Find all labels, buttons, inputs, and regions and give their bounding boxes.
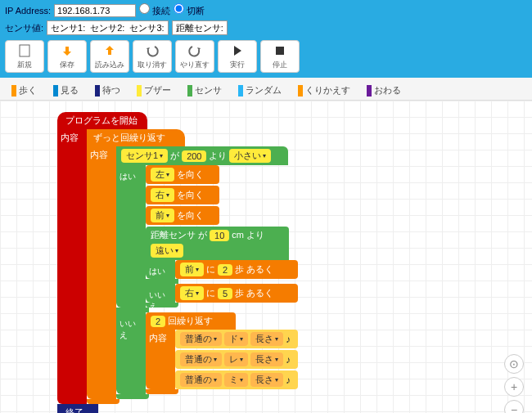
undo-icon xyxy=(145,43,160,58)
palette-wait[interactable]: 待つ xyxy=(87,81,128,100)
palette-sensor[interactable]: センサ xyxy=(179,81,230,100)
load-button[interactable]: 読み込み xyxy=(90,40,129,73)
distance-sensor: 距離センサ: xyxy=(172,20,228,35)
save-button[interactable]: 保存 xyxy=(47,40,87,73)
zoom-reset-button[interactable]: ⊙ xyxy=(504,354,524,374)
repeat-n-block[interactable]: 2 回繰り返す xyxy=(146,312,236,330)
distance-if-block[interactable]: 距離センサ が 10 cm より 遠い xyxy=(146,227,289,260)
connect-radio[interactable]: 接続 xyxy=(139,3,170,17)
music-note-icon: ♪ xyxy=(286,334,291,345)
palette-end[interactable]: おわる xyxy=(358,81,409,100)
end-block[interactable]: 終了 xyxy=(57,404,98,413)
zoom-in-button[interactable]: + xyxy=(504,377,524,397)
svg-rect-1 xyxy=(276,47,284,55)
sensor2-label: センサ2: xyxy=(90,22,124,34)
sensor3-label: センサ3: xyxy=(129,22,164,34)
block-palette: 歩く 見る 待つ ブザー センサ ランダム くりかえす おわる xyxy=(0,78,532,101)
palette-buzzer[interactable]: ブザー xyxy=(128,81,179,100)
ip-label: IP Address: xyxy=(5,6,51,16)
new-button[interactable]: 新規 xyxy=(5,40,44,73)
distance-label: 距離センサ: xyxy=(176,22,223,34)
start-block[interactable]: プログラムを開始 xyxy=(57,112,147,129)
turn-front-block[interactable]: 前を向く xyxy=(146,206,219,225)
undo-button[interactable]: 取り消す xyxy=(133,40,172,73)
zoom-out-button[interactable]: − xyxy=(504,400,524,413)
note-re-block[interactable]: 普通の レ 長さ ♪ xyxy=(175,350,298,369)
palette-see[interactable]: 見る xyxy=(45,81,87,100)
if-condition-block[interactable]: センサ1 が 200 より 小さい xyxy=(116,146,288,165)
music-note-icon: ♪ xyxy=(286,375,291,386)
note-do-block[interactable]: 普通の ド 長さ ♪ xyxy=(175,330,298,348)
load-icon xyxy=(102,43,117,58)
svg-rect-0 xyxy=(20,45,29,56)
compare-dropdown[interactable]: 小さい xyxy=(229,149,271,163)
zoom-controls: ⊙ + − xyxy=(504,354,524,413)
run-button[interactable]: 実行 xyxy=(218,40,257,73)
main-left: 内容 xyxy=(57,129,87,404)
music-note-icon: ♪ xyxy=(286,354,291,366)
workspace[interactable]: プログラムを開始 内容 ずっと回繰り返す 内容 センサ1 が 200 より 小さ… xyxy=(0,101,532,413)
main-c-block[interactable]: 内容 ずっと回繰り返す 内容 センサ1 が 200 より 小さい xyxy=(57,129,298,404)
redo-icon xyxy=(187,43,202,58)
turn-left-block[interactable]: 左を向く xyxy=(146,165,219,184)
disconnect-radio[interactable]: 切断 xyxy=(174,3,205,17)
palette-repeat[interactable]: くりかえす xyxy=(290,81,358,100)
stop-button[interactable]: 停止 xyxy=(260,40,300,73)
palette-random[interactable]: ランダム xyxy=(230,81,290,100)
sensor-label: センサ値: xyxy=(5,22,43,34)
redo-button[interactable]: やり直す xyxy=(175,40,214,73)
value-field[interactable]: 200 xyxy=(182,150,206,162)
palette-walk[interactable]: 歩く xyxy=(3,81,45,100)
loop-left: 内容 xyxy=(87,146,116,399)
stop-icon xyxy=(273,43,287,58)
top-bar: IP Address: 接続 切断 センサ値: センサ1: センサ2: センサ3… xyxy=(0,0,532,78)
sensor1-label: センサ1: xyxy=(51,22,85,34)
turn-right-block[interactable]: 右を向く xyxy=(146,186,219,204)
walk-right-block[interactable]: 右 に 5 歩 あるく xyxy=(175,284,298,303)
sensor-values: センサ1: センサ2: センサ3: xyxy=(47,20,169,35)
walk-front-block[interactable]: 前 に 2 歩 あるく xyxy=(175,260,298,279)
save-icon xyxy=(60,43,74,58)
toolbar: 新規 保存 読み込み 取り消す やり直す 実行 停止 xyxy=(5,38,527,74)
ip-input[interactable] xyxy=(54,4,136,17)
if-true-left: はい xyxy=(116,165,146,308)
if-else-left: いいえ xyxy=(116,312,146,394)
loop-forever-block[interactable]: ずっと回繰り返す xyxy=(87,129,185,146)
sensor-dropdown[interactable]: センサ1 xyxy=(121,149,168,163)
play-icon xyxy=(230,43,245,58)
file-icon xyxy=(17,43,32,58)
note-mi-block[interactable]: 普通の ミ 長さ ♪ xyxy=(175,370,298,389)
program-blocks[interactable]: プログラムを開始 内容 ずっと回繰り返す 内容 センサ1 が 200 より 小さ… xyxy=(57,112,298,413)
